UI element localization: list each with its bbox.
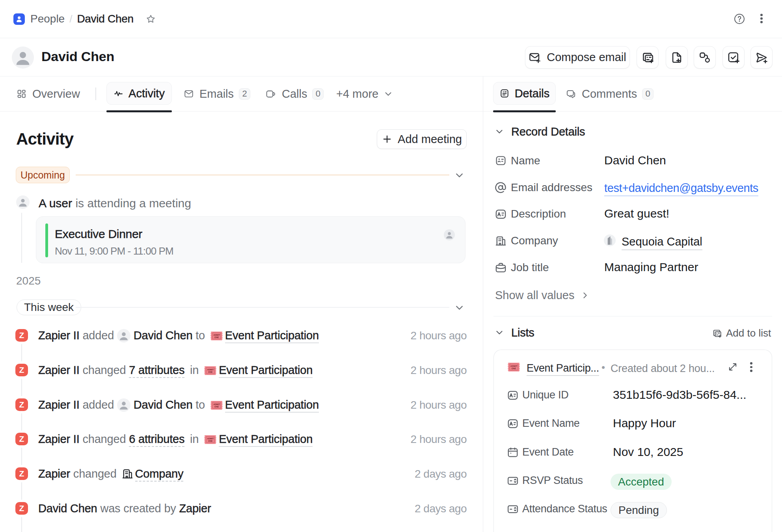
svg-text:ONE: ONE bbox=[208, 440, 213, 442]
svg-text:ADMIT: ADMIT bbox=[207, 437, 214, 440]
svg-text:ADMIT: ADMIT bbox=[213, 403, 220, 406]
svg-text:ADMIT: ADMIT bbox=[213, 334, 220, 336]
svg-text:ADMIT: ADMIT bbox=[510, 365, 518, 367]
svg-text:ADMIT: ADMIT bbox=[207, 368, 214, 371]
svg-text:ONE: ONE bbox=[214, 406, 219, 408]
svg-text:ONE: ONE bbox=[511, 367, 516, 370]
svg-text:ONE: ONE bbox=[214, 336, 219, 339]
svg-text:ONE: ONE bbox=[208, 371, 213, 373]
